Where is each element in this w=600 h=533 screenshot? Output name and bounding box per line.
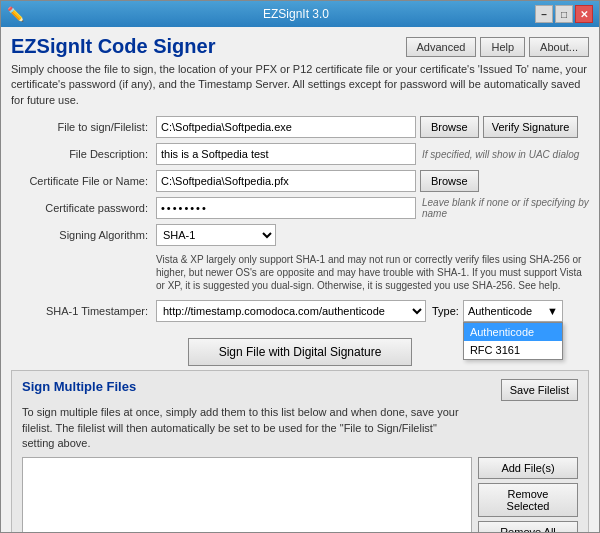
cert-input[interactable] <box>156 170 416 192</box>
top-section: EZSignIt Code Signer Advanced Help About… <box>11 35 589 366</box>
sign-button[interactable]: Sign File with Digital Signature <box>188 338 413 366</box>
file-list-area[interactable] <box>22 457 472 532</box>
algo-note: Vista & XP largely only support SHA-1 an… <box>156 253 589 292</box>
cert-browse-button[interactable]: Browse <box>420 170 479 192</box>
maximize-button[interactable]: □ <box>555 5 573 23</box>
algo-row: Signing Algorithm: SHA-1 SHA-256 SHA-512 <box>11 224 589 246</box>
bottom-header: Sign Multiple Files Save Filelist <box>22 379 578 401</box>
cert-row: Certificate File or Name: Browse <box>11 170 589 192</box>
type-dropdown-container: Authenticode ▼ Authenticode RFC 3161 <box>463 300 563 322</box>
desc-hint: If specified, will show in UAC dialog <box>422 149 579 160</box>
algo-label: Signing Algorithm: <box>11 229 156 241</box>
help-button[interactable]: Help <box>480 37 525 57</box>
pass-label: Certificate password: <box>11 202 156 214</box>
side-buttons: Add File(s) Remove Selected Remove All <box>478 457 578 532</box>
file-label: File to sign/Filelist: <box>11 121 156 133</box>
about-button[interactable]: About... <box>529 37 589 57</box>
app-title: EZSignIt Code Signer <box>11 35 215 58</box>
desc-label: File Description: <box>11 148 156 160</box>
pass-row: Certificate password: Leave blank if non… <box>11 197 589 219</box>
dropdown-arrow: ▼ <box>547 305 558 317</box>
file-input[interactable] <box>156 116 416 138</box>
timestamp-select[interactable]: http://timestamp.comodoca.com/authentico… <box>156 300 426 322</box>
title-bar-buttons: – □ ✕ <box>535 5 593 23</box>
type-select-btn[interactable]: Authenticode ▼ <box>463 300 563 322</box>
algo-select[interactable]: SHA-1 SHA-256 SHA-512 <box>156 224 276 246</box>
type-dropdown-menu: Authenticode RFC 3161 <box>463 322 563 360</box>
cert-label: Certificate File or Name: <box>11 175 156 187</box>
form-section: File to sign/Filelist: Browse Verify Sig… <box>11 116 589 322</box>
remove-selected-button[interactable]: Remove Selected <box>478 483 578 517</box>
timestamp-label: SHA-1 Timestamper: <box>11 305 156 317</box>
type-selected-value: Authenticode <box>468 305 532 317</box>
remove-all-button[interactable]: Remove All <box>478 521 578 532</box>
desc-input[interactable] <box>156 143 416 165</box>
header-buttons: Advanced Help About... <box>406 37 589 57</box>
file-browse-button[interactable]: Browse <box>420 116 479 138</box>
bottom-title-area: Sign Multiple Files <box>22 379 136 394</box>
pass-input[interactable] <box>156 197 416 219</box>
bottom-description: To sign multiple files at once, simply a… <box>22 405 462 451</box>
header-row: EZSignIt Code Signer Advanced Help About… <box>11 35 589 58</box>
window-title: EZSignIt 3.0 <box>57 7 535 21</box>
save-filelist-button[interactable]: Save Filelist <box>501 379 578 401</box>
file-row: File to sign/Filelist: Browse Verify Sig… <box>11 116 589 138</box>
pass-hint: Leave blank if none or if specifying by … <box>422 197 589 219</box>
add-files-button[interactable]: Add File(s) <box>478 457 578 479</box>
title-bar: ✏️ EZSignIt 3.0 – □ ✕ <box>1 1 599 27</box>
bottom-section: Sign Multiple Files Save Filelist To sig… <box>11 370 589 532</box>
advanced-button[interactable]: Advanced <box>406 37 477 57</box>
type-option-rfc3161[interactable]: RFC 3161 <box>464 341 562 359</box>
type-option-authenticode-selected[interactable]: Authenticode <box>464 323 562 341</box>
close-button[interactable]: ✕ <box>575 5 593 23</box>
app-description: Simply choose the file to sign, the loca… <box>11 62 589 108</box>
minimize-button[interactable]: – <box>535 5 553 23</box>
verify-signature-button[interactable]: Verify Signature <box>483 116 579 138</box>
desc-row: File Description: If specified, will sho… <box>11 143 589 165</box>
bottom-title: Sign Multiple Files <box>22 379 136 394</box>
main-window: ✏️ EZSignIt 3.0 – □ ✕ EZSignIt Code Sign… <box>0 0 600 533</box>
timestamp-row: SHA-1 Timestamper: http://timestamp.como… <box>11 300 589 322</box>
bottom-main: Add File(s) Remove Selected Remove All <box>22 457 578 532</box>
content-area: EZSignIt Code Signer Advanced Help About… <box>1 27 599 532</box>
type-label: Type: <box>432 305 459 317</box>
